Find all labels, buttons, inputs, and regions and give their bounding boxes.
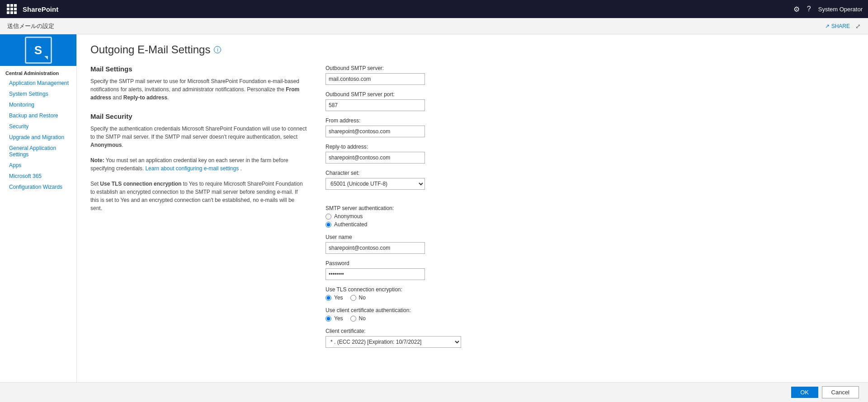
auth-anonymous-option[interactable]: Anonymous	[326, 213, 854, 220]
page-title: Outgoing E-Mail Settings i	[90, 43, 854, 56]
outbound-port-field: Outbound SMTP server port:	[326, 91, 854, 111]
outbound-smtp-label: Outbound SMTP server:	[326, 65, 854, 71]
smtp-auth-field: SMTP server authentication: Anonymous Au…	[326, 205, 854, 228]
from-address-field: From address:	[326, 117, 854, 137]
client-cert-select[interactable]: * . (ECC 2022) [Expiration: 10/7/2022]	[326, 336, 461, 348]
sidebar-item-microsoft365[interactable]: Microsoft 365	[0, 171, 76, 182]
outbound-smtp-field: Outbound SMTP server:	[326, 65, 854, 85]
share-button[interactable]: ↗ SHARE	[825, 23, 850, 29]
sidebar-logo: S	[0, 34, 76, 66]
auth-authenticated-option[interactable]: Authenticated	[326, 221, 854, 228]
sidebar-item-security[interactable]: Security	[0, 121, 76, 132]
password-label: Password	[326, 260, 854, 266]
sidebar-item-general-app-settings[interactable]: General Application Settings	[0, 143, 76, 160]
mail-settings-desc: Specify the SMTP mail server to use for …	[90, 77, 307, 102]
cert-auth-yes-option[interactable]: Yes	[326, 315, 343, 322]
sidebar-item-monitoring[interactable]: Monitoring	[0, 99, 76, 110]
password-field: Password	[326, 260, 854, 280]
mail-security-section: Mail Security Specify the authentication…	[90, 112, 307, 212]
sidebar-item-backup-restore[interactable]: Backup and Restore	[0, 110, 76, 121]
charset-field: Character set: 65001 (Unicode UTF-8) 125…	[326, 170, 854, 190]
tls-note: Set Use TLS connection encryption to Yes…	[90, 180, 307, 212]
sub-header-bar: 送信メールの設定 ↗ SHARE ⤢	[0, 18, 868, 34]
from-address-label: From address:	[326, 117, 854, 124]
cert-auth-radio-group: Yes No	[326, 315, 854, 322]
mail-security-title: Mail Security	[90, 112, 307, 120]
client-cert-field: Client certificate: * . (ECC 2022) [Expi…	[326, 328, 854, 348]
password-input[interactable]	[326, 268, 425, 280]
user-name[interactable]: System Operator	[818, 6, 863, 13]
cancel-button[interactable]: Cancel	[822, 386, 859, 398]
smtp-auth-label: SMTP server authentication:	[326, 205, 854, 211]
tls-field: Use TLS connection encryption: Yes No	[326, 286, 854, 301]
outbound-port-input[interactable]	[326, 99, 425, 111]
main-content: Outgoing E-Mail Settings i Mail Settings…	[77, 34, 868, 402]
app-title: SharePoint	[23, 5, 793, 13]
outbound-smtp-input[interactable]	[326, 73, 425, 85]
tls-label: Use TLS connection encryption:	[326, 286, 854, 293]
reply-to-field: Reply-to address:	[326, 144, 854, 164]
tls-yes-option[interactable]: Yes	[326, 294, 343, 301]
smtp-auth-radio-group: Anonymous Authenticated	[326, 213, 854, 228]
tls-radio-group: Yes No	[326, 294, 854, 301]
info-icon[interactable]: i	[214, 46, 221, 53]
sidebar-item-config-wizards[interactable]: Configuration Wizards	[0, 182, 76, 192]
auth-anonymous-radio[interactable]	[326, 214, 331, 220]
sidebar: S Central Administration Application Man…	[0, 34, 77, 402]
waffle-icon	[7, 4, 17, 14]
sidebar-item-application-management[interactable]: Application Management	[0, 78, 76, 89]
tls-yes-radio[interactable]	[326, 295, 331, 301]
left-column: Mail Settings Specify the SMTP mail serv…	[90, 65, 307, 354]
cert-auth-no-option[interactable]: No	[350, 315, 366, 322]
sharepoint-logo: S	[25, 37, 52, 64]
username-input[interactable]	[326, 242, 425, 254]
from-address-input[interactable]	[326, 126, 425, 137]
two-column-layout: Mail Settings Specify the SMTP mail serv…	[90, 65, 854, 354]
username-field: User name	[326, 234, 854, 254]
client-cert-label: Client certificate:	[326, 328, 854, 334]
sidebar-item-apps[interactable]: Apps	[0, 160, 76, 171]
reply-to-input[interactable]	[326, 152, 425, 164]
charset-select[interactable]: 65001 (Unicode UTF-8) 1252 (Windows Lati…	[326, 178, 425, 190]
ok-button[interactable]: OK	[791, 387, 818, 398]
spacer	[326, 196, 854, 205]
cert-auth-no-radio[interactable]	[350, 316, 356, 322]
cert-auth-yes-radio[interactable]	[326, 316, 331, 322]
tls-no-option[interactable]: No	[350, 294, 366, 301]
help-icon[interactable]: ?	[807, 5, 811, 13]
top-bar-actions: ⚙ ? System Operator	[793, 5, 863, 14]
right-column: Outbound SMTP server: Outbound SMTP serv…	[326, 65, 854, 354]
cert-auth-field: Use client certificate authentication: Y…	[326, 307, 854, 322]
sidebar-item-system-settings[interactable]: System Settings	[0, 89, 76, 99]
sub-header-actions: ↗ SHARE ⤢	[825, 23, 861, 30]
outbound-port-label: Outbound SMTP server port:	[326, 91, 854, 98]
mail-security-note: Note: You must set an application creden…	[90, 156, 307, 173]
mail-settings-title: Mail Settings	[90, 65, 307, 73]
sidebar-section-label: Central Administration	[0, 66, 76, 78]
username-label: User name	[326, 234, 854, 240]
bottom-action-bar: OK Cancel	[0, 382, 868, 402]
mail-security-learn-link[interactable]: Learn about configuring e-mail settings	[145, 165, 239, 172]
share-icon: ↗	[825, 23, 830, 29]
top-navigation-bar: SharePoint ⚙ ? System Operator	[0, 0, 868, 18]
mail-settings-section: Mail Settings Specify the SMTP mail serv…	[90, 65, 307, 102]
sidebar-item-upgrade-migration[interactable]: Upgrade and Migration	[0, 132, 76, 143]
mail-security-desc: Specify the authentication credentials M…	[90, 125, 307, 149]
settings-icon[interactable]: ⚙	[793, 5, 800, 14]
page-wrapper: S Central Administration Application Man…	[0, 34, 868, 402]
reply-to-label: Reply-to address:	[326, 144, 854, 150]
expand-icon[interactable]: ⤢	[855, 23, 861, 30]
tls-no-radio[interactable]	[350, 295, 356, 301]
charset-label: Character set:	[326, 170, 854, 176]
auth-authenticated-radio[interactable]	[326, 222, 331, 228]
waffle-button[interactable]	[5, 3, 18, 15]
sub-header-title: 送信メールの設定	[7, 22, 825, 30]
cert-auth-label: Use client certificate authentication:	[326, 307, 854, 313]
